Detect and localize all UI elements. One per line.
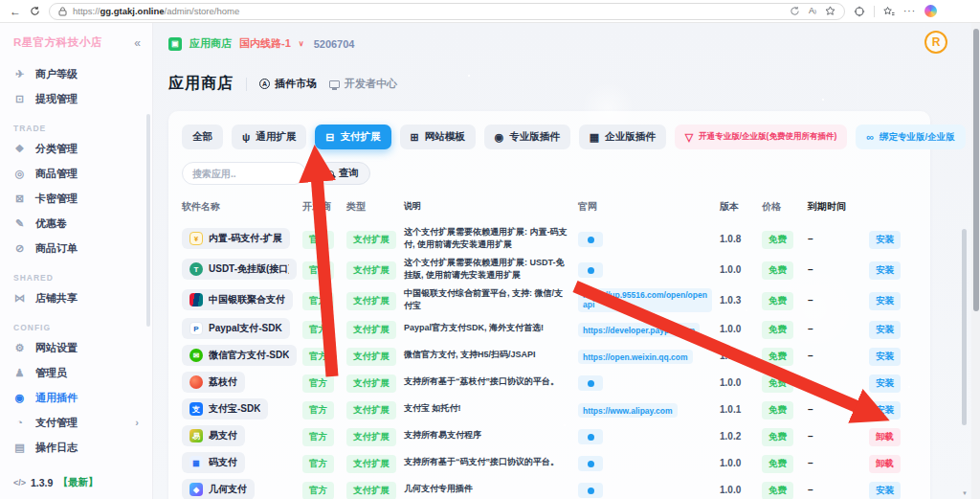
payment-icon: ◔ bbox=[13, 417, 26, 428]
chevron-down-icon[interactable]: ∨ bbox=[299, 39, 304, 48]
version-value: 1.0.2 bbox=[720, 431, 762, 442]
filter-tab-all[interactable]: 全部 bbox=[182, 125, 223, 149]
collapse-sidebar-icon[interactable]: « bbox=[134, 36, 141, 50]
sidebar-item-category[interactable]: ❖分类管理 bbox=[0, 136, 152, 161]
filter-tab-label: 绑定专业版/企业版 bbox=[880, 131, 955, 144]
sidebar-item-goods[interactable]: ◎商品管理 bbox=[0, 161, 152, 186]
filter-tab-pro-plugin[interactable]: ◉专业版插件 bbox=[484, 125, 570, 149]
translate-icon[interactable] bbox=[790, 6, 800, 16]
copilot-icon[interactable] bbox=[924, 5, 937, 17]
official-site-dot[interactable] bbox=[578, 262, 603, 278]
store-code: 5206704 bbox=[314, 38, 355, 50]
official-site-link[interactable]: https://developer.paypal.com bbox=[578, 323, 700, 337]
page-lock-icon[interactable] bbox=[58, 7, 67, 16]
app-item[interactable]: ▦码支付 bbox=[182, 452, 245, 473]
official-site-link[interactable]: https://up.95516.com/open/openapi bbox=[578, 288, 712, 312]
app-description: 支持所有基于“码支付”接口协议的平台。 bbox=[404, 456, 578, 469]
sidebar-item-shop-share[interactable]: ⋈店铺共享 bbox=[0, 285, 152, 310]
site-cell bbox=[578, 230, 720, 248]
sidebar-item-site-settings[interactable]: ⚙网站设置 bbox=[0, 335, 152, 360]
window-scrollbar-thumb[interactable] bbox=[973, 29, 979, 311]
filter-tab-upgrade-pro[interactable]: ▽开通专业版/企业版(免费使用所有插件) bbox=[675, 125, 848, 149]
install-button[interactable]: 安装 bbox=[869, 482, 901, 499]
query-button[interactable]: 查询 bbox=[316, 162, 370, 185]
install-button[interactable]: 安装 bbox=[869, 374, 901, 393]
favorite-star-icon[interactable] bbox=[825, 6, 835, 16]
filter-tab-general-ext[interactable]: ψ通用扩展 bbox=[232, 125, 306, 149]
uninstall-button[interactable]: 卸载 bbox=[869, 428, 901, 446]
scroll-down-arrow-icon[interactable]: ▼ bbox=[962, 490, 968, 496]
sidebar-item-general-plugins[interactable]: ◉通用插件 bbox=[0, 385, 152, 410]
filter-tab-site-template[interactable]: ⊞网站模板 bbox=[400, 125, 476, 149]
shop-title: R星官方科技小店 bbox=[13, 35, 102, 50]
table-row: ✉微信官方支付-SDK官方支付扩展微信官方支付, 支持H5/扫码/JSAPIht… bbox=[182, 342, 917, 369]
store-name: 应用商店 bbox=[189, 36, 232, 51]
app-item[interactable]: ¥内置-码支付-扩展 bbox=[182, 228, 290, 249]
browser-toolbar: ← https://gg.gtakj.online/admin/store/ho… bbox=[0, 0, 980, 23]
menu-dots-icon[interactable]: ··· bbox=[903, 7, 916, 16]
official-site-link[interactable]: https://open.weixin.qq.com bbox=[578, 350, 693, 364]
app-item[interactable]: ◆几何支付 bbox=[182, 479, 255, 499]
search-input[interactable] bbox=[182, 162, 306, 185]
usdt-icon: T bbox=[189, 262, 203, 276]
price-badge: 免费 bbox=[762, 482, 793, 499]
sidebar-item-admins[interactable]: ♟管理员 bbox=[0, 360, 152, 385]
refresh-icon[interactable] bbox=[30, 6, 40, 16]
favorites-bar-icon[interactable] bbox=[883, 6, 895, 17]
install-button[interactable]: 安装 bbox=[869, 321, 901, 339]
app-item[interactable]: 中国银联聚合支付 bbox=[182, 289, 293, 310]
filter-tab-payment-ext[interactable]: ⊟支付扩展 bbox=[315, 125, 390, 149]
header-divider bbox=[246, 78, 247, 91]
app-item[interactable]: 荔枝付 bbox=[182, 372, 245, 393]
sidebar-item-orders[interactable]: ⊘商品订单 bbox=[0, 236, 152, 261]
sidebar-item-coupon[interactable]: ✎优惠卷 bbox=[0, 211, 152, 236]
uninstall-button[interactable]: 卸载 bbox=[869, 455, 901, 473]
browser-essentials-icon[interactable] bbox=[854, 6, 865, 17]
install-button[interactable]: 安装 bbox=[869, 292, 901, 310]
filter-tab-enterprise-plugin[interactable]: ▦企业版插件 bbox=[579, 125, 666, 149]
official-site-dot[interactable] bbox=[578, 483, 603, 498]
window-scrollbar[interactable] bbox=[971, 23, 980, 499]
user-avatar[interactable]: R bbox=[924, 31, 947, 54]
app-item[interactable]: 易易支付 bbox=[182, 425, 245, 446]
install-button[interactable]: 安装 bbox=[869, 401, 901, 420]
app-item[interactable]: 支支付宝-SDK bbox=[182, 398, 268, 420]
type-cell: 支付扩展 bbox=[346, 399, 404, 420]
sidebar-item-withdraw[interactable]: ⊡提现管理 bbox=[0, 86, 152, 111]
developer-badge: 官方 bbox=[302, 482, 334, 499]
price-badge: 免费 bbox=[762, 374, 793, 393]
sidebar-scrollbar[interactable] bbox=[146, 114, 150, 327]
filter-tab-bind-pro[interactable]: ∞绑定专业版/企业版 bbox=[856, 125, 965, 149]
price-cell: 免费 bbox=[762, 453, 808, 473]
sidebar-item-merchant-level[interactable]: ✈商户等级 bbox=[0, 61, 152, 86]
official-site-dot[interactable] bbox=[578, 375, 603, 391]
sidebar-menu: ✈商户等级⊡提现管理TRADE❖分类管理◎商品管理⊠卡密管理✎优惠卷⊘商品订单S… bbox=[0, 61, 152, 460]
back-icon[interactable]: ← bbox=[10, 6, 21, 17]
sidebar-item-op-logs[interactable]: ▤操作日志 bbox=[0, 435, 152, 460]
install-button[interactable]: 安装 bbox=[869, 261, 901, 280]
developer-badge: 官方 bbox=[302, 261, 334, 280]
official-site-dot[interactable] bbox=[578, 232, 603, 247]
url-text[interactable]: https://gg.gtakj.online/admin/store/home bbox=[73, 6, 784, 16]
app-item[interactable]: ✉微信官方支付-SDK bbox=[182, 345, 297, 366]
version-value: 1.0.5 bbox=[720, 351, 762, 361]
content-scrollbar-thumb[interactable] bbox=[962, 229, 967, 425]
official-site-dot[interactable] bbox=[578, 456, 603, 471]
read-aloud-icon[interactable]: A) bbox=[809, 7, 816, 15]
sidebar-item-card-key[interactable]: ⊠卡密管理 bbox=[0, 186, 152, 211]
official-site-dot[interactable] bbox=[578, 429, 603, 444]
line-selector[interactable]: 国内线路-1 bbox=[239, 36, 291, 51]
install-button[interactable]: 安装 bbox=[869, 231, 901, 249]
app-item[interactable]: TUSDT-免挂版(接口) bbox=[182, 259, 297, 280]
app-item[interactable]: PPaypal支付-SDK bbox=[182, 318, 290, 339]
address-bar[interactable]: https://gg.gtakj.online/admin/store/home… bbox=[49, 3, 845, 20]
tab-plugin-market[interactable]: A 插件市场 bbox=[259, 77, 317, 91]
official-site-link[interactable]: https://www.alipay.com bbox=[578, 403, 678, 418]
install-button[interactable]: 安装 bbox=[869, 348, 901, 366]
sidebar-item-payment-mgmt[interactable]: ◔支付管理› bbox=[0, 410, 152, 435]
tab-developer-center[interactable]: 开发者中心 bbox=[329, 77, 397, 91]
price-cell: 免费 bbox=[762, 480, 808, 499]
developer-badge: 官方 bbox=[302, 401, 334, 420]
table-row: PPaypal支付-SDK官方支付扩展Paypal官方支付SDK, 海外支付首选… bbox=[182, 315, 917, 342]
price-cell: 免费 bbox=[762, 426, 808, 446]
